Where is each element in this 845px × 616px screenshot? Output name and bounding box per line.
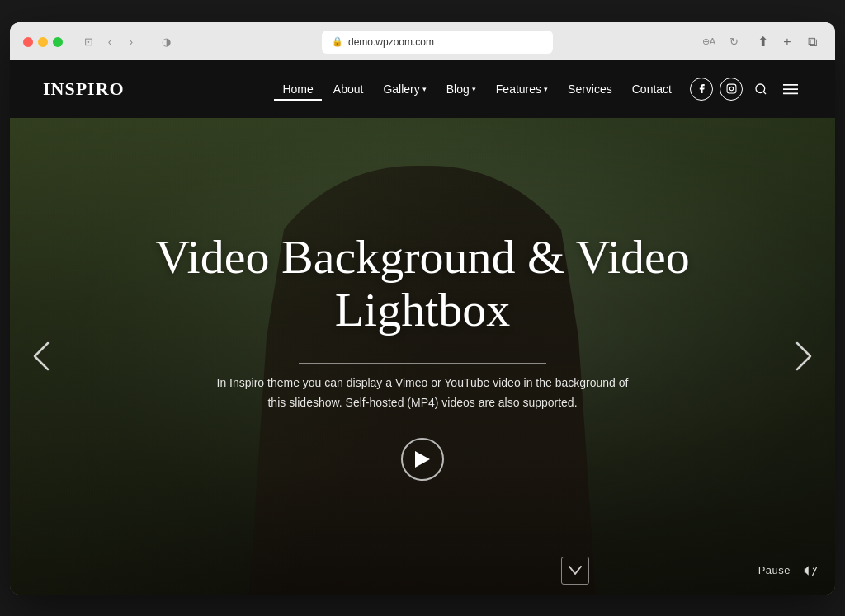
lock-icon: 🔒	[332, 36, 343, 47]
window-tile-icon[interactable]: ⊡	[79, 33, 97, 51]
site-logo[interactable]: INSPIRO	[43, 78, 125, 100]
gallery-chevron-icon: ▾	[422, 85, 427, 93]
nav-item-about: About	[325, 78, 372, 101]
hero-divider	[299, 363, 546, 364]
pause-button[interactable]: Pause	[758, 564, 791, 576]
traffic-light-green[interactable]	[53, 37, 63, 47]
navigation: INSPIRO Home About Gallery ▾	[10, 60, 835, 118]
address-bar-wrap: 🔒 demo.wpzoom.com	[182, 31, 693, 54]
traffic-light-yellow[interactable]	[38, 37, 48, 47]
hero-content: Video Background & Video Lightbox In Ins…	[10, 118, 835, 595]
nav-back-icon[interactable]: ‹	[101, 33, 119, 51]
traffic-light-red[interactable]	[23, 37, 33, 47]
svg-marker-7	[415, 451, 430, 468]
slideshow-prev-button[interactable]	[23, 338, 59, 374]
nav-item-home: Home	[274, 78, 321, 101]
traffic-lights	[23, 37, 63, 47]
nav-link-features[interactable]: Features ▾	[488, 78, 556, 101]
nav-link-services[interactable]: Services	[559, 78, 621, 101]
hero-slideshow: Video Background & Video Lightbox In Ins…	[10, 118, 835, 595]
nav-item-gallery: Gallery ▾	[375, 78, 434, 101]
browser-window-controls: ⊡ ‹ ›	[79, 33, 140, 51]
url-text: demo.wpzoom.com	[348, 36, 434, 48]
features-chevron-icon: ▾	[544, 85, 548, 93]
svg-point-2	[733, 86, 734, 87]
reload-icon[interactable]: ↻	[725, 33, 743, 51]
nav-item-features: Features ▾	[488, 78, 556, 101]
nav-forward-icon[interactable]: ›	[122, 33, 140, 51]
play-button[interactable]	[401, 438, 444, 481]
hamburger-menu-icon[interactable]	[779, 78, 802, 101]
mute-button[interactable]	[804, 564, 819, 577]
tabs-icon[interactable]: ⧉	[802, 32, 822, 52]
nav-item-contact: Contact	[624, 78, 680, 101]
nav-menu: Home About Gallery ▾ Blog	[274, 78, 680, 101]
svg-rect-0	[727, 84, 736, 93]
hero-bottom-bar: Pause	[10, 547, 835, 595]
new-tab-icon[interactable]: +	[777, 32, 797, 52]
nav-link-gallery[interactable]: Gallery ▾	[375, 78, 434, 101]
nav-item-blog: Blog ▾	[438, 78, 484, 101]
search-icon[interactable]	[749, 78, 772, 101]
brightness-icon[interactable]: ◑	[157, 33, 175, 51]
facebook-icon[interactable]	[690, 78, 713, 101]
address-bar[interactable]: 🔒 demo.wpzoom.com	[322, 31, 553, 54]
hero-subtitle: In Inspiro theme you can display a Vimeo…	[208, 374, 637, 413]
instagram-icon[interactable]	[720, 78, 743, 101]
nav-item-services: Services	[559, 78, 621, 101]
nav-social-icons	[690, 78, 802, 101]
blog-chevron-icon: ▾	[472, 85, 476, 93]
browser-chrome: ⊡ ‹ › ◑ 🔒 demo.wpzoom.com ⊕A ↻ ⬆ + ⧉	[10, 22, 835, 60]
share-icon[interactable]: ⬆	[753, 32, 772, 52]
website: INSPIRO Home About Gallery ▾	[10, 60, 835, 595]
browser-actions: ⬆ + ⧉	[753, 32, 822, 52]
nav-link-about[interactable]: About	[325, 78, 372, 101]
nav-link-contact[interactable]: Contact	[624, 78, 680, 101]
slideshow-next-button[interactable]	[786, 338, 822, 374]
translate-icon[interactable]: ⊕A	[700, 33, 718, 51]
svg-point-1	[729, 87, 733, 90]
hero-controls: Pause	[758, 564, 819, 577]
scroll-down-button[interactable]	[561, 557, 589, 585]
browser-window: ⊡ ‹ › ◑ 🔒 demo.wpzoom.com ⊕A ↻ ⬆ + ⧉	[10, 22, 835, 595]
hero-title: Video Background & Video Lightbox	[76, 231, 769, 336]
nav-link-home[interactable]: Home	[274, 78, 321, 101]
scroll-down-area	[392, 557, 758, 585]
nav-link-blog[interactable]: Blog ▾	[438, 78, 484, 101]
svg-point-3	[756, 84, 765, 93]
